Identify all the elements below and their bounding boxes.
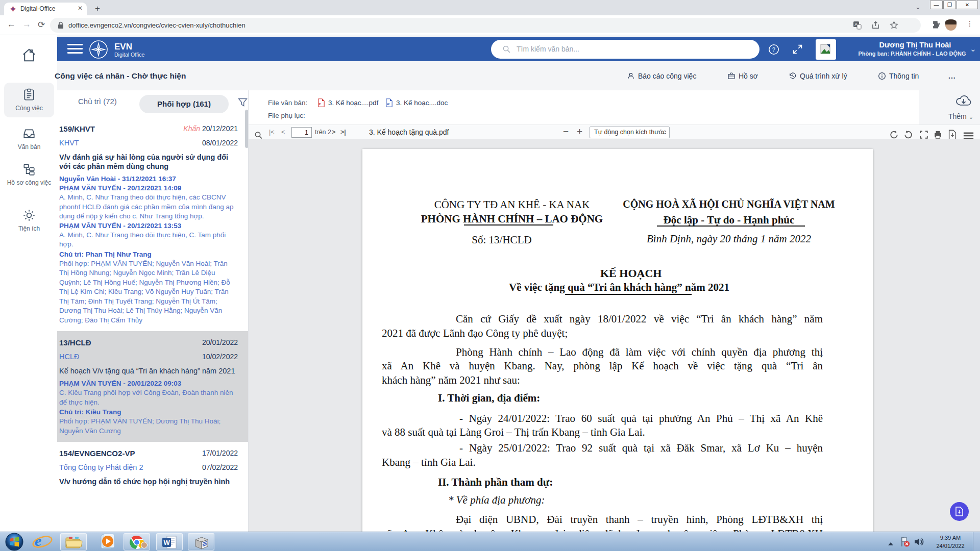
work-note: A. Minh, C. Như Trang theo dõi thực hiện… <box>59 193 238 221</box>
work-person-time: PHẠM VĂN TUYẾN - 20/12/2021 13:53 <box>59 221 238 231</box>
prev-page-icon[interactable]: < <box>281 125 285 139</box>
tab-chu-tri[interactable]: Chủ trì (72) <box>78 97 117 106</box>
help-icon[interactable]: ? <box>768 44 779 55</box>
filter-icon[interactable] <box>237 97 248 108</box>
list-tabs: Chủ trì (72) Phối hợp (161) <box>57 90 248 117</box>
work-item[interactable]: 159/KHVTKhẩn 20/12/2021KHVT08/01/2022V/v… <box>57 117 248 331</box>
taskbar-clock[interactable]: 9:39 AM24/01/2022 <box>932 534 969 550</box>
window-close-button[interactable]: ✕ <box>957 1 978 9</box>
work-date1: 20/01/2022 <box>202 338 238 346</box>
taskbar-ie[interactable]: e <box>31 533 54 550</box>
next-page-icon[interactable]: > <box>332 125 335 139</box>
search-input[interactable]: Tìm kiếm văn bản... <box>491 40 760 59</box>
pdf-attachment[interactable]: P3. Kế hoạc....pdf <box>317 98 378 107</box>
reload-icon[interactable]: ⟳ <box>38 19 45 30</box>
document-line: Số: 13/HCLĐ <box>407 234 596 246</box>
work-org: Tổng Công ty Phát điện 2 <box>59 463 143 471</box>
zoom-select[interactable]: Tự động chọn kích thước⌄ <box>590 127 670 138</box>
evn-favicon <box>9 5 17 13</box>
browser-profile-avatar[interactable] <box>945 19 957 31</box>
show-desktop-button[interactable] <box>973 532 980 551</box>
taskbar-wmp[interactable] <box>96 533 117 550</box>
tray-expand-icon[interactable] <box>887 539 894 551</box>
sidebar-item-tienich[interactable]: Tiện ích <box>4 209 54 232</box>
pdf-file-icon: P <box>317 98 325 107</box>
document-line: 2021 đã được Lãnh đạo Công ty phê duyệt; <box>382 327 823 340</box>
document-line: khách hàng” năm 2021 như sau: <box>382 374 823 387</box>
tasks-icon <box>22 88 36 102</box>
cloud-download-icon[interactable] <box>955 94 972 108</box>
work-title: V/v hướng dẫn tổ chức họp hội nghị truyề… <box>59 477 238 486</box>
start-button[interactable] <box>4 532 24 551</box>
more-button[interactable]: Thêm ⌄ <box>948 112 973 120</box>
action-ho-so[interactable]: Hồ sơ <box>727 72 758 80</box>
document-line: xã An Khê và huyện Kbang. Nay, phòng lập… <box>382 360 823 372</box>
tab-phoi-hop[interactable]: Phối hợp (161) <box>139 95 229 113</box>
floating-action-button[interactable] <box>950 502 969 521</box>
translate-icon[interactable]: A <box>853 21 862 30</box>
share-icon[interactable] <box>871 21 880 30</box>
windows-taskbar: e W 9:39 AM24/01/2022 <box>0 532 980 551</box>
user-name[interactable]: Dương Thị Thu Hoài <box>846 41 980 49</box>
work-item[interactable]: 13/HCLĐ20/01/2022HCLĐ10/02/2022Kế hoạch … <box>57 331 248 442</box>
action-bao-cao[interactable]: Báo cáo công việc <box>627 72 696 80</box>
tray-volume-icon[interactable] <box>914 537 924 551</box>
forward-icon[interactable]: → <box>22 19 31 30</box>
sidebar-item-label: Công việc <box>4 105 54 112</box>
document-line: CÔNG TY TĐ AN KHÊ - KA NAK <box>418 198 606 211</box>
zoom-out-icon[interactable]: − <box>563 125 569 139</box>
sidebar-item-home[interactable] <box>4 47 54 64</box>
last-page-icon[interactable]: >| <box>340 125 346 139</box>
browser-tab[interactable]: Digital-Office ✕ <box>4 3 87 15</box>
document-line: KẾ HOẠCH <box>600 267 662 280</box>
bookmark-star-icon[interactable] <box>890 21 898 30</box>
tree-icon <box>22 163 36 176</box>
taskbar-word[interactable]: W <box>156 533 183 550</box>
url-text: doffice.evngenco2.vn/congviec/cviec-cvie… <box>68 21 246 29</box>
app-content: Công việc Văn bản Hồ sơ công việc Tiện í… <box>0 35 980 532</box>
url-bar[interactable]: doffice.evngenco2.vn/congviec/cviec-cvie… <box>50 18 921 33</box>
work-title: V/v đánh giá sự hài lòng của người sử dụ… <box>59 153 238 171</box>
menu-burger-icon[interactable] <box>67 44 83 54</box>
work-person-time: Nguyễn Văn Hoài - 31/12/2021 16:37 <box>59 174 238 184</box>
taskbar-explorer[interactable] <box>60 533 87 550</box>
window-minimize-button[interactable]: — <box>930 1 943 9</box>
taskbar-printer[interactable] <box>188 533 214 550</box>
work-date2: 08/01/2022 <box>202 139 238 147</box>
extensions-puzzle-icon[interactable] <box>932 20 942 30</box>
work-person-time: PHẠM VĂN TUYẾN - 20/01/2022 09:03 <box>59 379 238 388</box>
document-line: Căn cứ Giấy đề xuất ngày 18/01/2022 về v… <box>382 313 823 325</box>
brand-subtitle: Digital Office <box>114 52 144 58</box>
search-placeholder: Tìm kiếm văn bản... <box>517 45 579 53</box>
user-chevron-icon[interactable]: ⌄ <box>970 44 976 54</box>
new-tab-button[interactable]: + <box>92 4 103 14</box>
work-item[interactable]: 154/EVNGENCO2-VP17/01/2022Tổng Công ty P… <box>57 442 248 496</box>
browser-menu-icon[interactable]: ⋮ <box>966 19 973 28</box>
work-date2: 10/02/2022 <box>202 353 238 361</box>
sidebar-item-hosocongviec[interactable]: Hồ sơ công việc <box>4 163 54 186</box>
first-page-icon[interactable]: |< <box>269 125 275 139</box>
action-qua-trinh[interactable]: Quá trình xử lý <box>789 72 847 80</box>
browser-toolbar: ← → ⟳ doffice.evngenco2.vn/congviec/cvie… <box>0 15 980 35</box>
action-more[interactable]: ... <box>948 72 956 80</box>
doc-attachment[interactable]: w3. Kế hoạc....doc <box>385 98 448 107</box>
back-icon[interactable]: ← <box>7 19 16 30</box>
pdf-viewer: CÔNG TY TĐ AN KHÊ - KA NAKPHÒNG HÀNH CHÍ… <box>249 139 980 532</box>
tab-search-chevron[interactable]: ⌄ <box>915 3 921 11</box>
tab-close-icon[interactable]: ✕ <box>78 5 83 12</box>
taskbar-chrome[interactable] <box>124 533 150 550</box>
sidebar-item-congviec[interactable]: Công việc <box>4 83 54 117</box>
zoom-in-icon[interactable]: + <box>577 125 582 139</box>
document-line: - Ngày 25/01/2022: Trao 92 suất quà tại … <box>382 442 823 455</box>
document-line: CỘNG HOÀ XÃ HỘI CHỦ NGHĨA VIỆT NAM <box>614 198 844 210</box>
tray-flag-icon[interactable] <box>900 536 910 551</box>
page-number-input[interactable] <box>291 127 312 138</box>
action-thong-tin[interactable]: Thông tin <box>878 72 919 80</box>
work-note: Phối hợp: PHẠM VĂN TUYẾN; Dương Thị Thu … <box>59 417 238 436</box>
app-sidebar: Công việc Văn bản Hồ sơ công việc Tiện í… <box>0 35 57 532</box>
search-icon <box>502 45 511 54</box>
window-restore-button[interactable]: ❐ <box>943 1 956 9</box>
sidebar-item-vanban[interactable]: Văn bản <box>4 127 54 151</box>
fullscreen-icon[interactable] <box>792 44 803 55</box>
user-avatar[interactable] <box>816 39 836 60</box>
